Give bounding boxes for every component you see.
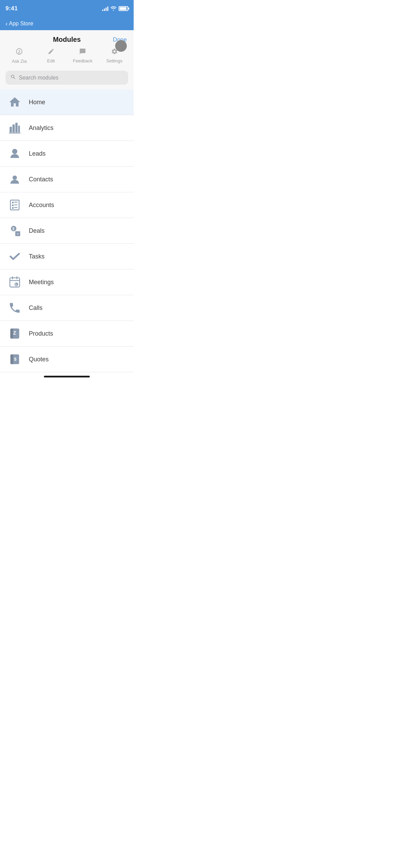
svg-rect-12 [12,204,14,206]
page-title: Modules [24,36,110,44]
home-bar [44,376,90,377]
status-icons [102,6,128,12]
search-container: Search modules [0,67,134,89]
svg-text:$: $ [14,357,16,362]
svg-rect-10 [12,202,14,204]
module-item-meetings[interactable]: Meetings [0,269,134,295]
leads-icon [7,146,23,161]
battery-icon [119,6,128,11]
module-item-accounts[interactable]: Accounts [0,192,134,218]
feedback-label: Feedback [73,58,93,63]
accounts-icon [7,197,23,213]
status-time: 9:41 [5,5,18,12]
search-placeholder: Search modules [19,75,59,81]
signal-icon [102,6,108,11]
module-list: Home Analytics Leads [0,89,134,372]
quotes-icon: $ [7,351,23,367]
module-item-calls[interactable]: Calls [0,295,134,321]
module-label-analytics: Analytics [29,124,53,132]
module-label-contacts: Contacts [29,176,53,183]
module-label-deals: Deals [29,227,45,234]
calls-icon [7,300,23,316]
svg-text:≡: ≡ [17,232,19,236]
back-button[interactable]: ‹ App Store [5,20,33,27]
products-icon: Z [7,326,23,341]
module-item-products[interactable]: Z Products [0,321,134,347]
home-indicator [0,372,134,380]
svg-point-21 [14,282,19,287]
analytics-icon [7,120,23,136]
toolbar-settings[interactable]: Settings [99,48,131,63]
svg-rect-13 [14,204,17,205]
contacts-icon [7,171,23,187]
module-label-accounts: Accounts [29,202,54,209]
search-bar[interactable]: Search modules [5,71,128,85]
svg-rect-15 [14,207,17,208]
module-label-home: Home [29,99,45,106]
toolbar: Z Ask Zia Edit Feedback Settings [0,44,134,67]
module-label-products: Products [29,330,53,337]
settings-label: Settings [106,58,122,63]
settings-dot [115,40,127,52]
back-chevron-icon: ‹ [5,20,8,27]
module-item-home[interactable]: Home [0,89,134,115]
search-icon [10,74,16,81]
module-item-leads[interactable]: Leads [0,141,134,167]
tasks-icon [7,249,23,264]
toolbar-ask-zia[interactable]: Z Ask Zia [3,48,35,64]
module-label-calls: Calls [29,304,42,312]
svg-rect-4 [15,123,18,132]
module-item-tasks[interactable]: Tasks [0,244,134,269]
wifi-icon [110,6,117,12]
module-item-quotes[interactable]: $ Quotes [0,347,134,372]
deals-icon: $ ≡ [7,223,23,239]
module-label-meetings: Meetings [29,279,54,286]
svg-rect-5 [18,125,20,132]
module-label-quotes: Quotes [29,356,49,363]
svg-rect-28 [10,354,13,364]
svg-text:Z: Z [13,330,16,336]
svg-text:Z: Z [18,50,21,54]
svg-rect-26 [10,329,13,339]
status-bar: 9:41 [0,0,134,17]
svg-rect-3 [12,124,15,132]
module-item-deals[interactable]: $ ≡ Deals [0,218,134,244]
ask-zia-label: Ask Zia [12,59,27,64]
feedback-icon [79,48,86,57]
toolbar-edit[interactable]: Edit [35,48,67,63]
svg-text:$: $ [12,227,14,231]
edit-label: Edit [47,58,55,63]
svg-rect-11 [14,202,17,203]
module-label-tasks: Tasks [29,253,45,260]
home-icon [7,94,23,110]
svg-rect-14 [12,207,14,209]
edit-icon [48,48,54,57]
back-bar: ‹ App Store [0,17,134,30]
module-label-leads: Leads [29,150,46,157]
back-label: App Store [9,21,33,27]
meetings-icon [7,274,23,290]
module-item-analytics[interactable]: Analytics [0,115,134,141]
toolbar-feedback[interactable]: Feedback [67,48,99,63]
svg-point-8 [13,176,17,180]
nav-header: Modules Done [0,30,134,44]
module-item-contacts[interactable]: Contacts [0,167,134,192]
svg-rect-2 [10,127,12,133]
ask-zia-icon: Z [15,48,23,57]
